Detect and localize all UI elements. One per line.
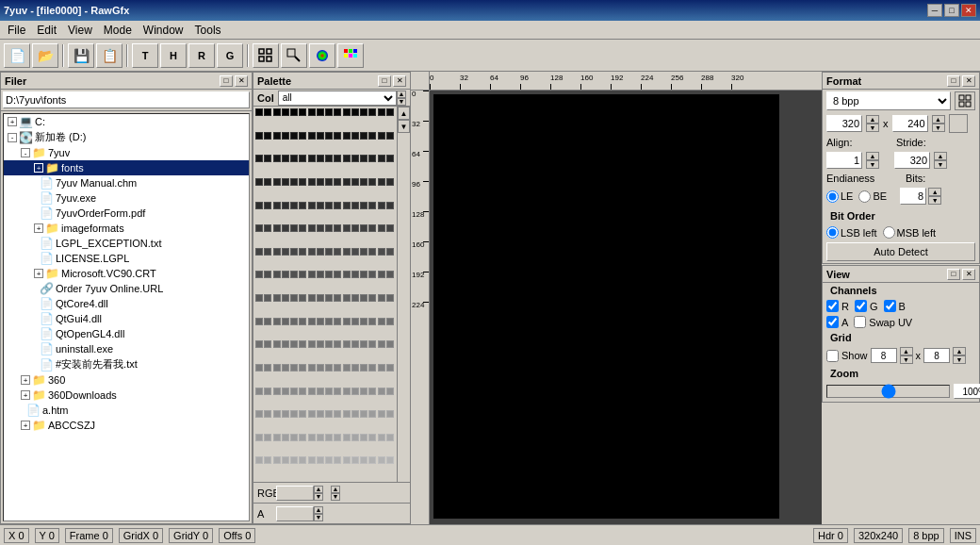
palette-cell[interactable] [264,108,271,116]
palette-cell[interactable] [386,108,394,116]
palette-cell[interactable] [368,410,376,418]
palette-cell[interactable] [317,178,324,186]
palette-cell[interactable] [325,388,333,395]
minimize-button[interactable]: ─ [927,4,942,17]
tree-item-ahtm[interactable]: 📄 a.htm [4,403,249,418]
menu-edit[interactable]: Edit [31,22,62,39]
palette-cell[interactable] [386,155,394,162]
palette-cell[interactable] [360,364,368,372]
stride-up[interactable]: ▲ [934,152,947,160]
palette-cell[interactable] [368,271,376,278]
palette-cell[interactable] [360,271,368,278]
zoom-input[interactable] [954,384,980,399]
align-down[interactable]: ▼ [866,160,879,169]
palette-cell[interactable] [264,340,271,348]
grid-show-checkbox[interactable] [826,350,839,362]
palette-cell[interactable] [351,364,359,372]
swap-uv-checkbox[interactable] [854,316,866,328]
palette-cell[interactable] [282,202,289,209]
palette-cell[interactable] [299,294,306,302]
palette-cell[interactable] [334,318,341,325]
palette-cell[interactable] [378,434,385,441]
palette-cell[interactable] [282,224,289,232]
palette-cell[interactable] [290,132,298,140]
palette-cell[interactable] [308,202,316,209]
palette-cell[interactable] [308,410,316,418]
palette-cell[interactable] [273,108,281,116]
tree-item-d[interactable]: - 💽 新加卷 (D:) [4,129,249,145]
gfx-button[interactable]: G [217,43,243,68]
expand-360d[interactable]: + [21,390,30,400]
grid-y-input[interactable] [923,348,950,363]
expand-msvc[interactable]: + [34,269,43,278]
palette-cell[interactable] [290,202,298,209]
tree-item-qtgui[interactable]: 📄 QtGui4.dll [4,311,249,326]
palette-cell[interactable] [299,340,306,348]
palette-cell[interactable] [325,364,333,372]
palette-cell[interactable] [317,364,324,372]
palette-cell[interactable] [368,340,376,348]
path-input[interactable] [3,91,250,108]
palette-cell[interactable] [255,271,263,278]
palette-cell[interactable] [290,248,298,256]
palette-cell[interactable] [290,340,298,348]
palette-cell[interactable] [325,410,333,418]
palette-cell[interactable] [334,434,341,441]
palette-cell[interactable] [325,108,333,116]
expand-7yuv[interactable]: - [21,148,30,157]
palette-cell[interactable] [368,155,376,162]
palette-cell[interactable] [273,178,281,186]
palette-cell[interactable] [351,434,359,441]
palette-cell[interactable] [325,155,333,162]
palette-cell[interactable] [360,294,368,302]
palette-cell[interactable] [386,202,394,209]
palette-cell[interactable] [273,224,281,232]
palette-cell[interactable] [273,248,281,256]
rgb-input[interactable] [276,486,314,501]
palette-cell[interactable] [343,340,351,348]
palette-cell[interactable] [334,410,341,418]
palette-cell[interactable] [308,294,316,302]
palette-cell[interactable] [255,155,263,162]
palette-cell[interactable] [282,456,289,464]
palette-cell[interactable] [290,108,298,116]
palette-cell[interactable] [343,364,351,372]
palette-cell[interactable] [378,202,385,209]
rgb-up2[interactable]: ▲ [331,486,340,493]
save-button[interactable]: 💾 [68,43,94,68]
palette-cell[interactable] [351,248,359,256]
palette-cell[interactable] [360,456,368,464]
palette-cell[interactable] [378,155,385,162]
palette-cell[interactable] [351,178,359,186]
palette-cell[interactable] [351,456,359,464]
palette-cell[interactable] [255,318,263,325]
palette-cell[interactable] [334,364,341,372]
palette-cell[interactable] [264,271,271,278]
bits-down[interactable]: ▼ [928,196,941,205]
tree-item-fonts[interactable]: + 📁 fonts [4,160,249,175]
text-button[interactable]: T [132,43,158,68]
grid-x-down[interactable]: ▼ [900,355,913,364]
palette-cell[interactable] [264,364,271,372]
palette-cell[interactable] [334,388,341,395]
palette-cell[interactable] [334,248,341,256]
le-radio[interactable] [826,190,839,203]
palette-cell[interactable] [282,388,289,395]
palette-cell[interactable] [360,155,368,162]
palette-cell[interactable] [308,155,316,162]
palette-cell[interactable] [325,456,333,464]
format-close-button[interactable]: ✕ [962,75,975,87]
stride-input[interactable] [894,152,930,169]
hex-button[interactable]: H [160,43,187,68]
palette-cell[interactable] [325,318,333,325]
expand-d[interactable]: - [8,133,17,142]
palette-cell[interactable] [325,202,333,209]
palette-cell[interactable] [325,132,333,140]
palette-cell[interactable] [368,178,376,186]
be-radio-label[interactable]: BE [858,190,887,203]
tree-item-uninstall[interactable]: 📄 uninstall.exe [4,341,249,356]
palette-cell[interactable] [264,410,271,418]
palette-cell[interactable] [308,388,316,395]
palette-cell[interactable] [317,434,324,441]
bpp-select[interactable]: 8 bpp 16 bpp 24 bpp 32 bpp [826,91,951,110]
